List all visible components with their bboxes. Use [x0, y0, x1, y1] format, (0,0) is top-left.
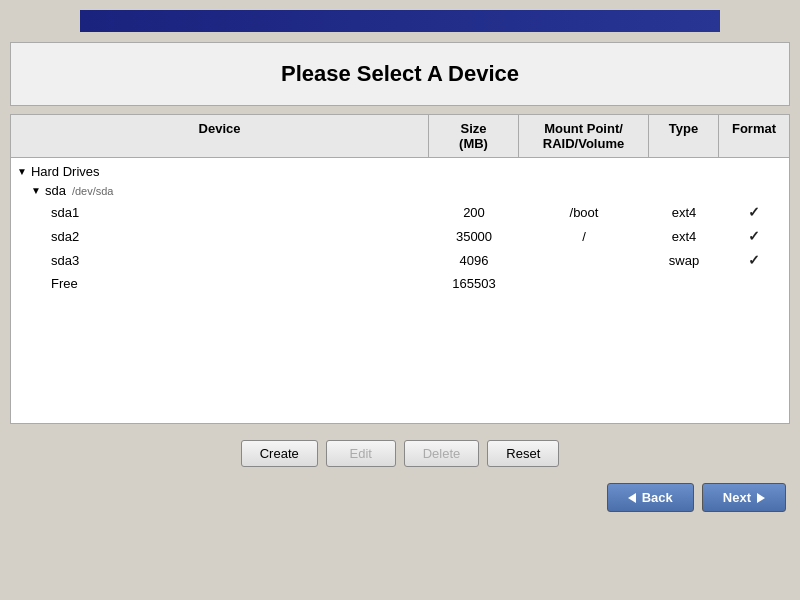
back-button[interactable]: Back — [607, 483, 694, 512]
sda1-mount: /boot — [519, 203, 649, 222]
group-label-hard-drives: Hard Drives — [31, 164, 100, 179]
sda2-type: ext4 — [649, 227, 719, 246]
col-mount: Mount Point/RAID/Volume — [519, 115, 649, 157]
partition-name-sda2: sda2 — [11, 229, 429, 244]
table-row[interactable]: sda1 200 /boot ext4 ✓ — [11, 200, 789, 224]
sda1-size: 200 — [429, 203, 519, 222]
sda2-format: ✓ — [719, 226, 789, 246]
partition-name-sda3: sda3 — [11, 253, 429, 268]
delete-button[interactable]: Delete — [404, 440, 480, 467]
sda-label: sda — [45, 183, 66, 198]
group-hard-drives[interactable]: ▼ Hard Drives — [11, 162, 789, 181]
next-button[interactable]: Next — [702, 483, 786, 512]
table-row[interactable]: sda3 4096 swap ✓ — [11, 248, 789, 272]
title-section: Please Select A Device — [10, 42, 790, 106]
device-sda[interactable]: ▼ sda /dev/sda — [11, 181, 789, 200]
sda3-format: ✓ — [719, 250, 789, 270]
sda2-mount: / — [519, 227, 649, 246]
free-format — [719, 282, 789, 286]
sda3-size: 4096 — [429, 251, 519, 270]
page-title: Please Select A Device — [29, 61, 771, 87]
sda2-size: 35000 — [429, 227, 519, 246]
col-format: Format — [719, 115, 789, 157]
table-header: Device Size(MB) Mount Point/RAID/Volume … — [11, 115, 789, 158]
col-device: Device — [11, 115, 429, 157]
col-type: Type — [649, 115, 719, 157]
sda1-format: ✓ — [719, 202, 789, 222]
chevron-hard-drives[interactable]: ▼ — [17, 166, 27, 177]
table-row[interactable]: sda2 35000 / ext4 ✓ — [11, 224, 789, 248]
tree-section: ▼ Hard Drives ▼ sda /dev/sda sda1 200 /b… — [11, 158, 789, 299]
chevron-sda[interactable]: ▼ — [31, 185, 41, 196]
col-size: Size(MB) — [429, 115, 519, 157]
action-buttons: Create Edit Delete Reset — [10, 434, 790, 473]
partition-name-sda1: sda1 — [11, 205, 429, 220]
free-type — [649, 282, 719, 286]
create-button[interactable]: Create — [241, 440, 318, 467]
back-label: Back — [642, 490, 673, 505]
sda1-type: ext4 — [649, 203, 719, 222]
sda-path: /dev/sda — [72, 185, 114, 197]
reset-button[interactable]: Reset — [487, 440, 559, 467]
sda3-type: swap — [649, 251, 719, 270]
next-arrow-icon — [757, 493, 765, 503]
sda3-mount — [519, 258, 649, 262]
next-label: Next — [723, 490, 751, 505]
free-size: 165503 — [429, 274, 519, 293]
free-mount — [519, 282, 649, 286]
top-bar — [80, 10, 720, 32]
partition-name-free: Free — [11, 276, 429, 291]
back-arrow-icon — [628, 493, 636, 503]
nav-buttons: Back Next — [10, 483, 786, 512]
device-table: Device Size(MB) Mount Point/RAID/Volume … — [10, 114, 790, 424]
table-row[interactable]: Free 165503 — [11, 272, 789, 295]
edit-button[interactable]: Edit — [326, 440, 396, 467]
